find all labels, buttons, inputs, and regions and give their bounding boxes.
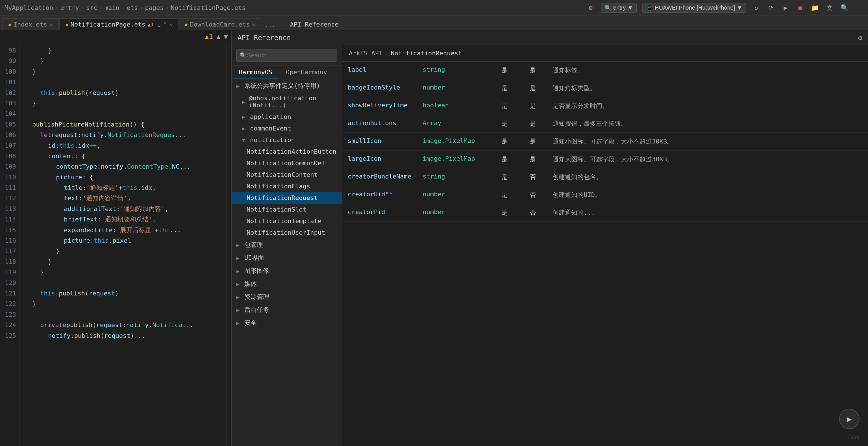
device-button[interactable]: 📱 HUAWEI Phone [HuaweiPhone] ▼ (642, 3, 746, 13)
video-button[interactable]: ▶ (839, 409, 860, 429)
unfold-icon[interactable]: ⌃ (163, 21, 167, 28)
table-cell-name: creatorUid⁸⁺ (342, 186, 417, 204)
api-settings-icon[interactable]: ⚙ (858, 34, 862, 42)
code-line: private publish(request: notify.Notifica… (24, 320, 222, 330)
breadcrumb-src[interactable]: src (86, 4, 97, 11)
breadcrumb-file[interactable]: NotificationPage.ets (171, 4, 246, 11)
table-cell-desc: 通知角标类型。 (547, 79, 868, 97)
nav-item-notification[interactable]: ▼ notification (232, 134, 342, 146)
translate-icon[interactable]: 文 (825, 3, 834, 12)
breadcrumb-current: NotificationRequest (391, 50, 462, 57)
tab-harmonyos[interactable]: HarmonyOS (232, 66, 279, 79)
table-row: showDeliveryTime boolean 是 是 是否显示分发时间。 (342, 97, 868, 115)
scroll-up-btn[interactable]: ▲ (216, 33, 220, 41)
nav-item-action-button[interactable]: NotificationActionButton (232, 146, 342, 157)
deploy-icon[interactable]: ▶ (781, 3, 790, 12)
table-cell-type: number (417, 79, 490, 97)
breadcrumb-main[interactable]: main (104, 4, 120, 11)
refresh-icon[interactable]: ↻ (752, 3, 761, 12)
table-cell-type: boolean (417, 97, 490, 115)
nav-item-ui[interactable]: ▶ UI界面 (232, 251, 342, 264)
breadcrumb-pages[interactable]: pages (145, 4, 163, 11)
nav-label: 媒体 (244, 280, 257, 288)
nav-item-content[interactable]: NotificationContent (232, 169, 342, 181)
nav-item-pkg[interactable]: ▶ 包管理 (232, 238, 342, 251)
tab-index[interactable]: ◆ Index.ets × (2, 19, 59, 30)
nav-item-application[interactable]: ▶ application (232, 111, 342, 123)
nav-item-ohos-notification[interactable]: ▶ @ohos.notification (Notif...) (232, 92, 342, 111)
tab-download[interactable]: ◆ DownloadCard.ets × (179, 19, 261, 30)
editor-scrollbar[interactable] (226, 43, 231, 446)
stop-icon[interactable]: ■ (796, 3, 805, 12)
nav-label: 包管理 (244, 241, 263, 249)
tab-notification[interactable]: ◆ NotificationPage.ets ▲1 ⌄ ⌃ × (59, 19, 178, 30)
nav-item-flags[interactable]: NotificationFlags (232, 181, 342, 192)
nav-item-user-input[interactable]: NotificationUserInput (232, 227, 342, 238)
table-cell-required: 是 (490, 204, 519, 222)
nav-item-slot[interactable]: NotificationSlot (232, 204, 342, 215)
nav-label: 资源管理 (244, 293, 269, 301)
nav-item-bg-tasks[interactable]: ▶ 后台任务 (232, 304, 342, 316)
folder-icon[interactable]: 📁 (810, 3, 819, 12)
nav-label: notification (250, 136, 295, 144)
table-cell-type: number (417, 204, 490, 222)
nav-item-template[interactable]: NotificationTemplate (232, 215, 342, 227)
warning-indicator[interactable]: ▲1 (205, 33, 213, 41)
api-content: ArkTS API › NotificationRequest label st… (342, 45, 868, 446)
api-panel: API Reference ⚙ 🔍 HarmonyOS OpenHarmony (231, 31, 868, 446)
table-cell-desc: 创建通知的UID。 (547, 186, 868, 204)
code-line: publishPictureNotification() { (24, 119, 222, 130)
nav-item-common-def[interactable]: NotificationCommonDef (232, 157, 342, 169)
table-cell-system: 是 (519, 79, 547, 97)
table-cell-required: 是 (490, 97, 519, 115)
api-search-input[interactable] (237, 49, 337, 62)
nav-item-media[interactable]: ▶ 媒体 (232, 277, 342, 290)
table-cell-desc: 通知按钮，最多三个按钮。 (547, 115, 868, 133)
nav-item-graphics[interactable]: ▶ 图形图像 (232, 264, 342, 277)
gear-icon[interactable]: ⚙ (586, 3, 595, 12)
nav-item-request[interactable]: NotificationRequest (232, 192, 342, 204)
search-wrapper: 🔍 (237, 49, 337, 62)
tab-openharmony[interactable]: OpenHarmony (279, 66, 334, 79)
expand-icon: ▶ (237, 268, 242, 274)
code-content[interactable]: } } } this.publish(request) } publishPic… (20, 43, 226, 446)
breadcrumb-app[interactable]: MyApplication (4, 4, 53, 11)
table-cell-required: 是 (490, 115, 519, 133)
api-table-body: label string 是 是 通知标签。 badgeIconStyle nu… (342, 62, 868, 222)
tab-close-download[interactable]: × (252, 22, 255, 27)
breadcrumb-arkts[interactable]: ArkTS API (349, 50, 382, 57)
table-cell-desc: 创建通知的... (547, 204, 868, 222)
scroll-down-btn[interactable]: ▼ (224, 33, 228, 41)
nav-item-security[interactable]: ▶ 安全 (232, 316, 342, 329)
entry-button[interactable]: 🔍 entry ▼ (601, 3, 637, 13)
table-cell-system: 否 (519, 168, 547, 186)
table-cell-system: 是 (519, 133, 547, 151)
tab-download-label: DownloadCard.ets (190, 21, 250, 28)
expand-icon: ▶ (237, 281, 242, 287)
nav-item-commonevent[interactable]: ▶ commonEvent (232, 123, 342, 134)
table-cell-name: smallIcon (342, 133, 417, 151)
table-cell-required: 是 (490, 62, 519, 79)
code-line: } (24, 298, 222, 309)
breadcrumb-ets[interactable]: ets (127, 4, 138, 11)
tab-close-index[interactable]: × (50, 22, 53, 27)
code-line (24, 278, 222, 288)
code-line (24, 309, 222, 320)
sync-icon[interactable]: ⟳ (766, 3, 775, 12)
nav-item-resource[interactable]: ▶ 资源管理 (232, 290, 342, 304)
tab-close-notification[interactable]: × (169, 22, 172, 27)
breadcrumb-entry[interactable]: entry (60, 4, 79, 11)
nav-label: UI界面 (244, 254, 265, 262)
table-row: label string 是 是 通知标签。 (342, 62, 868, 79)
table-cell-name: largeIcon (342, 151, 417, 168)
fold-icon[interactable]: ⌄ (157, 21, 161, 28)
settings-icon[interactable]: ⋮ (855, 3, 864, 12)
code-line: } (24, 246, 222, 256)
table-cell-type: string (417, 62, 490, 79)
code-line: } (24, 66, 222, 77)
search-icon[interactable]: 🔍 (840, 3, 849, 12)
code-line: notify.publish(request)... (24, 330, 222, 341)
tab-more-button[interactable]: ... (261, 19, 279, 30)
code-line: } (24, 98, 222, 108)
nav-item-system-events[interactable]: ▶ 系统公共事件定义(待停用) (232, 79, 342, 92)
